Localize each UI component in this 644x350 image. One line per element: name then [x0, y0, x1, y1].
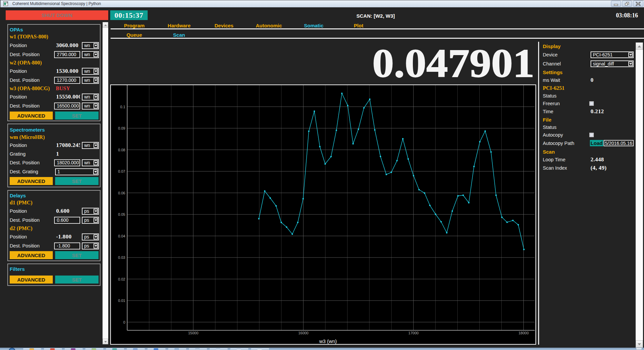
svg-text:18000: 18000 — [518, 331, 529, 335]
svg-text:17000: 17000 — [409, 331, 419, 335]
svg-text:0.06: 0.06 — [118, 191, 125, 195]
svg-text:15000: 15000 — [188, 331, 198, 335]
svg-text:w3 (wn): w3 (wn) — [319, 338, 337, 344]
svg-text:0.01: 0.01 — [118, 299, 125, 303]
svg-text:0.09: 0.09 — [118, 126, 125, 130]
svg-text:0.04: 0.04 — [118, 234, 125, 238]
svg-text:0.07: 0.07 — [118, 169, 125, 173]
svg-text:0.1: 0.1 — [120, 105, 125, 109]
svg-text:0.03: 0.03 — [118, 255, 125, 259]
svg-text:0.05: 0.05 — [118, 212, 125, 216]
svg-text:0: 0 — [123, 320, 125, 324]
svg-text:16000: 16000 — [298, 331, 309, 335]
svg-text:0.02: 0.02 — [118, 277, 125, 281]
svg-text:0.08: 0.08 — [118, 148, 125, 152]
